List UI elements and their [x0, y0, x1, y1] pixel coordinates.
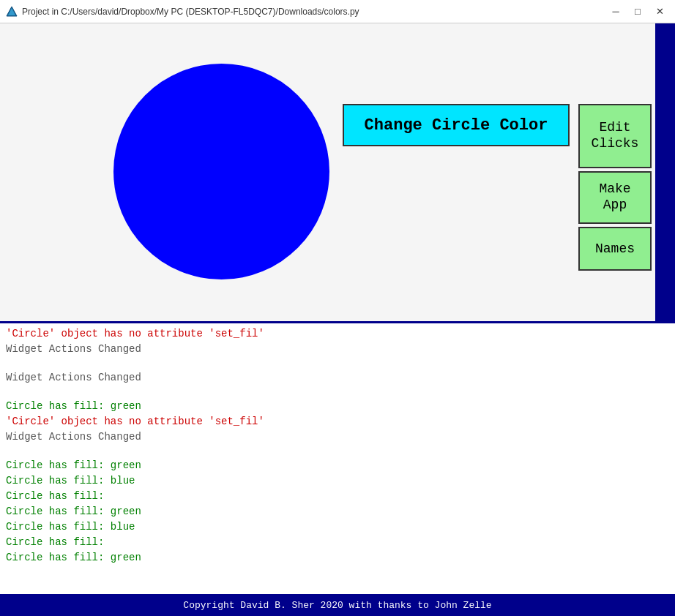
- close-button[interactable]: ✕: [650, 4, 669, 19]
- sidebar-blue: [655, 23, 675, 323]
- output-line: Circle has fill: blue: [6, 473, 669, 489]
- footer-text: Copyright David B. Sher 2020 with thanks…: [183, 600, 491, 611]
- app-icon: [6, 6, 18, 18]
- names-button[interactable]: Names: [578, 227, 652, 271]
- window-controls: ─ □ ✕: [606, 4, 669, 19]
- output-line: Circle has fill: green: [6, 399, 669, 414]
- output-line: Widget Actions Changed: [6, 370, 669, 386]
- output-line: Widget Actions Changed: [6, 429, 669, 445]
- make-app-button[interactable]: MakeApp: [578, 171, 652, 224]
- minimize-button[interactable]: ─: [606, 4, 625, 19]
- output-line: Circle has fill:: [6, 489, 669, 504]
- output-line: Widget Actions Changed: [6, 342, 669, 357]
- output-line: [6, 445, 669, 458]
- output-line: [6, 357, 669, 370]
- output-line: Circle has fill: green: [6, 550, 669, 566]
- output-line: Circle has fill: green: [6, 504, 669, 519]
- footer-bar: Copyright David B. Sher 2020 with thanks…: [0, 594, 675, 616]
- output-line: Circle has fill: green: [6, 458, 669, 473]
- edit-clicks-button[interactable]: EditClicks: [578, 104, 652, 168]
- make-app-label: MakeApp: [599, 181, 630, 213]
- output-line: [6, 386, 669, 399]
- change-circle-color-button[interactable]: Change Circle Color: [343, 104, 570, 146]
- output-line: Circle has fill: blue: [6, 519, 669, 535]
- canvas-area: Change Circle Color EditClicks MakeApp N…: [0, 23, 675, 323]
- output-line: 'Circle' object has no attribute 'set_fi…: [6, 326, 669, 342]
- edit-clicks-label: EditClicks: [592, 120, 639, 151]
- window-title: Project in C:/Users/david/Dropbox/My PC …: [22, 7, 359, 17]
- maximize-button[interactable]: □: [628, 4, 647, 19]
- output-area[interactable]: 'Circle' object has no attribute 'set_fi…: [0, 323, 675, 594]
- titlebar-left: Project in C:/Users/david/Dropbox/My PC …: [6, 6, 359, 18]
- circle: [113, 64, 329, 279]
- output-line: 'Circle' object has no attribute 'set_fi…: [6, 414, 669, 429]
- titlebar: Project in C:/Users/david/Dropbox/My PC …: [0, 0, 675, 23]
- output-line: Circle has fill:: [6, 535, 669, 550]
